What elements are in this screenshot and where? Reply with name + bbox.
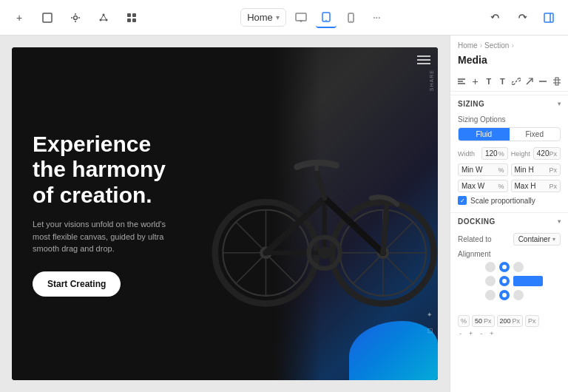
- margin-left-unit: %: [461, 317, 467, 325]
- more-tool[interactable]: [538, 75, 548, 88]
- svg-line-43: [317, 171, 325, 198]
- related-to-value: Container: [518, 235, 550, 243]
- margins-section: % 50 Px 200 Px Px - +: [450, 312, 568, 343]
- width-label: Width: [458, 150, 479, 158]
- tablet-view-button[interactable]: [316, 7, 337, 28]
- height-label: Height: [511, 150, 530, 158]
- page-name: Home: [247, 12, 273, 23]
- fixed-option[interactable]: Fixed: [510, 128, 561, 141]
- align-tl[interactable]: [485, 262, 496, 272]
- maxw-input[interactable]: Max W %: [458, 180, 508, 192]
- margin-inc-2[interactable]: +: [490, 330, 493, 337]
- sizing-content: Sizing Options Fluid Fixed Width 120 % H…: [450, 112, 568, 211]
- bold-tool[interactable]: T: [497, 75, 507, 88]
- start-creating-button[interactable]: Start Creating: [33, 271, 121, 297]
- svg-point-47: [318, 246, 331, 259]
- add-tool[interactable]: +: [470, 75, 480, 88]
- align-bl[interactable]: [485, 290, 496, 300]
- hero-title: Experience the harmony of creation.: [33, 132, 183, 209]
- margins-row: % 50 Px 200 Px Px: [458, 315, 561, 327]
- svg-point-18: [351, 20, 351, 21]
- minw-input[interactable]: Min W %: [458, 163, 508, 176]
- align-br[interactable]: [513, 290, 524, 300]
- breadcrumb-home[interactable]: Home: [458, 41, 478, 50]
- margin-dec-1[interactable]: -: [459, 330, 462, 337]
- svg-line-42: [353, 257, 379, 284]
- main-area: Experience the harmony of creation. Let …: [0, 36, 568, 392]
- alignment-label: Alignment: [458, 250, 561, 258]
- add-button[interactable]: +: [9, 7, 30, 28]
- svg-rect-9: [132, 13, 136, 17]
- nodes-icon[interactable]: [93, 7, 114, 28]
- svg-rect-10: [127, 18, 131, 22]
- instagram-icon[interactable]: ◻: [425, 325, 435, 336]
- page-selector[interactable]: Home ▾: [240, 8, 286, 27]
- more-options-button[interactable]: ···: [366, 7, 387, 28]
- toolbar: +: [0, 0, 568, 36]
- link-tool[interactable]: [511, 75, 521, 88]
- sizing-section: SIZING ▾ Sizing Options Fluid Fixed Widt…: [450, 95, 568, 211]
- breadcrumb-sep1: ›: [480, 41, 482, 50]
- fluid-option[interactable]: Fluid: [459, 128, 510, 141]
- margin-top-unit: Px: [484, 317, 492, 325]
- svg-line-28: [235, 222, 262, 249]
- undo-button[interactable]: [485, 7, 506, 28]
- align-bc[interactable]: [499, 290, 510, 300]
- redo-button[interactable]: [512, 7, 532, 28]
- bike-illustration: [203, 47, 438, 380]
- align-tr[interactable]: [513, 262, 524, 272]
- margin-inc-1[interactable]: +: [469, 330, 473, 337]
- margin-left-field[interactable]: %: [458, 315, 470, 327]
- square-icon[interactable]: [37, 7, 58, 28]
- panel-toggle-button[interactable]: [538, 7, 559, 28]
- align-mc[interactable]: [499, 276, 510, 286]
- align-left-tool[interactable]: [456, 75, 467, 88]
- svg-point-1: [74, 16, 78, 19]
- minh-label: Min H: [515, 166, 534, 174]
- settings-tool[interactable]: [552, 75, 562, 88]
- margin-right-field[interactable]: 200 Px: [497, 315, 524, 327]
- margin-top-value: 50: [475, 317, 482, 325]
- sizing-toggle: Fluid Fixed: [458, 127, 561, 141]
- margin-right-value: 200: [500, 317, 511, 325]
- align-tc[interactable]: [499, 262, 510, 272]
- margin-top-field[interactable]: 50 Px: [472, 315, 495, 327]
- margin-bottom-field[interactable]: Px: [525, 315, 539, 327]
- text-tool[interactable]: T: [484, 75, 494, 88]
- docking-label: DOCKING: [458, 217, 496, 226]
- maxw-label: Max W: [462, 182, 484, 190]
- docking-header[interactable]: DOCKING ▾: [450, 213, 568, 230]
- breadcrumb-section[interactable]: Section: [484, 41, 509, 50]
- margin-right-unit: Px: [513, 317, 521, 325]
- sizing-header[interactable]: SIZING ▾: [450, 95, 568, 112]
- width-row: Width 120 % Height 420 Px: [458, 147, 561, 160]
- twitter-icon[interactable]: ✦: [425, 309, 435, 320]
- svg-rect-0: [43, 13, 52, 22]
- breadcrumb-sep2: ›: [511, 41, 513, 50]
- maxh-input[interactable]: Max H Px: [511, 180, 561, 192]
- toolbar-left: +: [9, 7, 142, 28]
- canvas-area[interactable]: Experience the harmony of creation. Let …: [0, 36, 450, 392]
- settings-icon[interactable]: [65, 7, 86, 28]
- docking-chevron: ▾: [558, 218, 561, 225]
- align-mr[interactable]: [513, 276, 543, 286]
- grid-icon[interactable]: [121, 7, 142, 28]
- arrow-tool[interactable]: [524, 75, 535, 88]
- width-value: 120: [485, 149, 498, 158]
- hamburger-menu[interactable]: [417, 55, 430, 68]
- related-to-label: Related to: [458, 235, 492, 243]
- maxh-unit: Px: [549, 183, 557, 190]
- svg-point-16: [325, 19, 327, 21]
- desktop-view-button[interactable]: [291, 7, 311, 28]
- scale-label: Scale proportionally: [470, 197, 535, 205]
- related-to-select[interactable]: Container ▾: [513, 233, 561, 246]
- align-ml[interactable]: [485, 276, 496, 286]
- toolbar-center: Home ▾ ···: [240, 7, 387, 28]
- minh-input[interactable]: Min H Px: [511, 163, 561, 176]
- width-input[interactable]: 120 %: [481, 147, 508, 160]
- mobile-view-button[interactable]: [341, 7, 362, 28]
- margin-dec-2[interactable]: -: [480, 330, 482, 337]
- height-input[interactable]: 420 Px: [533, 147, 561, 160]
- svg-rect-19: [544, 13, 553, 22]
- scale-checkbox[interactable]: ✓: [458, 196, 467, 205]
